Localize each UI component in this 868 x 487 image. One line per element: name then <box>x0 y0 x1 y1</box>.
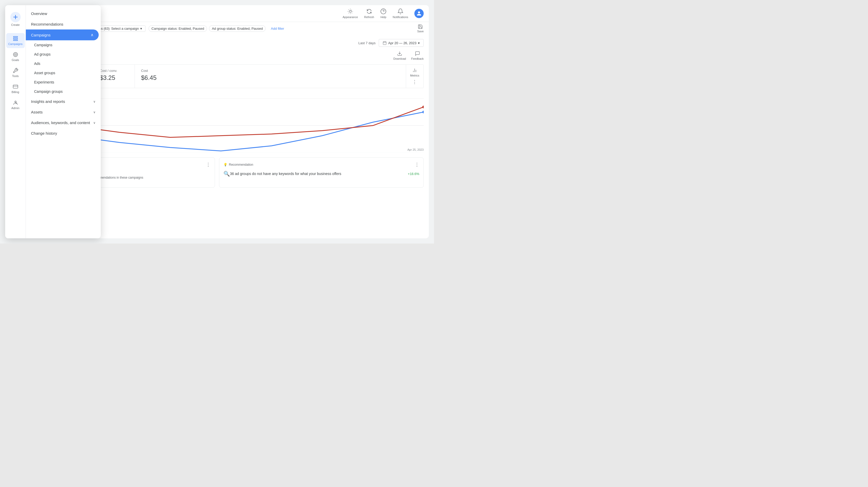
save-button[interactable]: Save <box>417 24 424 33</box>
search-keyword-icon: 🔍 <box>223 171 230 177</box>
svg-rect-25 <box>13 85 18 88</box>
metrics-label: Metrics <box>410 74 419 77</box>
create-plus-icon <box>10 12 21 22</box>
notifications-label: Notifications <box>393 16 408 19</box>
campaign-groups-sub-label: Campaign groups <box>34 89 63 93</box>
metrics-button[interactable]: Metrics <box>410 68 419 77</box>
nav-section-audiences[interactable]: Audiences, keywords, and content ∨ <box>26 117 101 128</box>
rec2-badge: +18.6% <box>408 172 419 176</box>
feedback-label: Feedback <box>411 57 424 60</box>
insights-chevron-icon: ∨ <box>93 100 96 104</box>
asset-groups-sub-label: Asset groups <box>34 71 55 75</box>
appearance-label: Appearance <box>343 16 358 19</box>
overview-nav-label: Overview <box>31 11 47 16</box>
help-button[interactable]: Help <box>380 8 386 19</box>
svg-rect-2 <box>383 41 386 45</box>
cost-conv-value: $3.25 <box>100 74 128 81</box>
nav-section-assets[interactable]: Assets ∨ <box>26 107 101 117</box>
sidebar-overlay: Create Campaigns Goals <box>5 5 101 238</box>
audiences-chevron-icon: ∨ <box>93 121 96 124</box>
nav-sub-item-campaigns[interactable]: Campaigns <box>26 40 101 50</box>
svg-point-1 <box>381 9 386 14</box>
campaign-select-label: Select a campaign <box>111 27 139 30</box>
nav-sub-item-ad-groups[interactable]: Ad groups <box>26 50 101 59</box>
cost-value: $6.45 <box>141 74 170 81</box>
svg-point-0 <box>349 10 351 12</box>
nav-item-recommendations[interactable]: Recommendations <box>26 19 99 29</box>
icon-rail: Create Campaigns Goals <box>5 5 26 238</box>
rec2-label: 💡 Recommendation <box>223 163 253 167</box>
toolbar-right: Appearance Refresh Help <box>343 8 424 19</box>
nav-sub-item-ads[interactable]: Ads <box>26 59 101 68</box>
campaign-dropdown-icon: ▾ <box>140 27 142 30</box>
appearance-button[interactable]: Appearance <box>343 8 358 19</box>
campaign-status-filter: Campaign status: Enabled, Paused <box>149 25 207 32</box>
nav-sub-item-campaign-groups[interactable]: Campaign groups <box>26 87 101 96</box>
campaigns-section-label: Campaigns <box>31 33 51 37</box>
save-label: Save <box>417 30 424 33</box>
date-range-value: Apr 20 — 26, 2023 <box>388 41 416 45</box>
svg-point-24 <box>15 54 16 55</box>
ads-sub-label: Ads <box>34 61 40 66</box>
sidebar-item-admin[interactable]: Admin <box>6 97 25 112</box>
tools-rail-label: Tools <box>12 75 19 78</box>
campaigns-sub-label: Campaigns <box>34 43 53 47</box>
nav-item-overview[interactable]: Overview <box>26 8 99 19</box>
x-label-end: Apr 25, 2023 <box>407 148 424 151</box>
date-range-label: Last 7 days <box>358 41 376 45</box>
download-label: Download <box>394 57 406 60</box>
svg-point-27 <box>15 101 16 103</box>
svg-point-15 <box>423 111 424 113</box>
date-selector: Last 7 days Apr 20 — 26, 2023 ▾ <box>358 39 424 47</box>
svg-point-16 <box>423 106 424 108</box>
nav-panel: Overview Recommendations Campaigns ∧ Cam… <box>26 5 101 238</box>
change-history-label: Change history <box>31 131 57 136</box>
admin-rail-label: Admin <box>11 107 20 110</box>
recommendation-card-2: 💡 Recommendation ⋮ 🔍 36 ad groups do not… <box>219 157 424 188</box>
campaigns-chevron-up-icon: ∧ <box>91 33 94 37</box>
cost-conv-label: Cost / conv. <box>100 69 128 73</box>
audiences-section-label: Audiences, keywords, and content <box>31 120 90 125</box>
adgroup-status-filter: Ad group status: Enabled, Paused <box>209 25 266 32</box>
nav-sub-item-experiments[interactable]: Experiments <box>26 78 101 87</box>
insights-section-label: Insights and reports <box>31 99 65 104</box>
assets-chevron-icon: ∨ <box>93 110 96 114</box>
rec2-more-button[interactable]: ⋮ <box>414 162 419 168</box>
sidebar-item-billing[interactable]: Billing <box>6 81 25 96</box>
date-dropdown-icon: ▾ <box>418 41 420 45</box>
campaigns-rail-label: Campaigns <box>8 42 23 46</box>
rec2-header: 💡 Recommendation ⋮ <box>223 162 419 168</box>
user-avatar[interactable] <box>414 9 424 18</box>
nav-item-campaigns-section[interactable]: Campaigns ∧ <box>26 29 99 40</box>
refresh-button[interactable]: Refresh <box>364 8 374 19</box>
sidebar-item-goals[interactable]: Goals <box>6 49 25 64</box>
help-label: Help <box>380 16 386 19</box>
notifications-button[interactable]: Notifications <box>393 8 408 19</box>
create-label: Create <box>11 23 20 26</box>
ad-groups-sub-label: Ad groups <box>34 52 51 56</box>
sidebar-item-campaigns[interactable]: Campaigns <box>6 33 25 48</box>
rec1-more-button[interactable]: ⋮ <box>206 162 211 168</box>
rec2-text: 36 ad groups do not have any keywords fo… <box>230 172 408 176</box>
download-button[interactable]: Download <box>394 51 406 60</box>
sidebar-item-tools[interactable]: Tools <box>6 65 25 80</box>
cost-label: Cost <box>141 69 170 73</box>
nav-item-change-history[interactable]: Change history <box>26 128 99 139</box>
recommendations-nav-label: Recommendations <box>31 22 63 26</box>
metrics-toolbar: Metrics ⋮ <box>406 65 424 88</box>
experiments-sub-label: Experiments <box>34 80 54 84</box>
assets-section-label: Assets <box>31 110 43 114</box>
nav-sub-item-asset-groups[interactable]: Asset groups <box>26 68 101 78</box>
cost-metric-card[interactable]: Cost $6.45 <box>134 65 176 88</box>
billing-rail-label: Billing <box>11 90 19 93</box>
nav-section-insights[interactable]: Insights and reports ∨ <box>26 96 101 107</box>
filter-chips: Campaign status: Enabled, Paused Ad grou… <box>149 25 414 32</box>
more-options-button[interactable]: ⋮ <box>412 79 417 85</box>
refresh-label: Refresh <box>364 16 374 19</box>
create-button[interactable]: Create <box>6 9 25 29</box>
add-filter-button[interactable]: Add filter <box>268 26 287 32</box>
lightbulb2-icon: 💡 <box>223 163 227 167</box>
app-container: ▾ Appearance Refresh <box>0 0 434 244</box>
feedback-button[interactable]: Feedback <box>411 51 424 60</box>
date-range-button[interactable]: Apr 20 — 26, 2023 ▾ <box>379 39 424 47</box>
